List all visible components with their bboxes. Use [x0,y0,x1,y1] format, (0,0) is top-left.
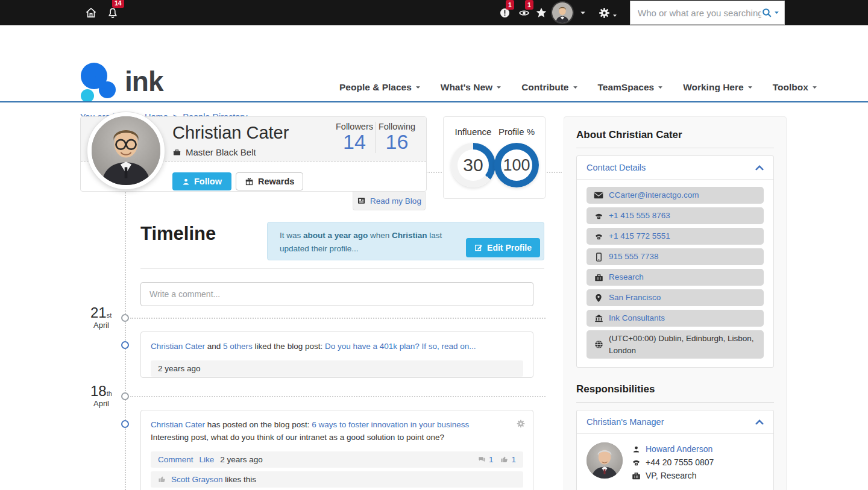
profile-update-banner: It was about a year ago when Christian l… [267,222,544,260]
likes-count: 1 [500,455,516,464]
globe-icon [594,340,603,349]
contact-timezone: (UTC+00:00) Dublin, Edinburgh, Lisbon, L… [587,330,764,359]
blog-post-link[interactable]: 6 ways to foster innovation in your busi… [312,420,469,429]
edit-profile-button[interactable]: Edit Profile [466,238,540,257]
contact-details-header[interactable]: Contact Details [577,156,773,180]
phone-icon [631,459,641,466]
profile-role: Master Black Belt [172,147,256,157]
contact-location[interactable]: San Francisco [587,289,764,306]
followers-stat[interactable]: Followers 14 [333,122,376,153]
read-my-blog-button[interactable]: Read my Blog [353,192,426,210]
briefcase-icon [172,148,181,157]
envelope-icon [594,192,603,199]
about-title: About Christian Cater [564,117,786,148]
timeline-node [121,392,129,400]
nav-people-places[interactable]: People & Places [339,82,421,93]
comment-icon [477,456,486,463]
home-button[interactable] [85,0,97,25]
banner-text: It was about a year ago when Christian l… [280,229,467,255]
alerts-button[interactable]: 1 [499,0,511,25]
caret-down-icon [774,11,779,14]
briefcase-icon [594,274,603,281]
following-count: 16 [376,131,418,153]
profile-gauge: 100 [494,143,539,187]
author-link[interactable]: Christian Cater [151,342,205,351]
manager-panel: Christian's Manager Howard Anderson +44 … [576,410,774,490]
organization-icon [594,314,603,322]
influence-gauge: 30 [451,143,495,187]
entry-text: Christian Cater has posted on the blog p… [151,419,523,444]
favorites-button[interactable] [535,0,547,25]
search-input[interactable] [638,8,761,18]
author-link[interactable]: Christian Cater [151,420,205,429]
ink-logo[interactable]: ink [80,60,163,102]
timeline-divider [140,268,544,269]
contact-phone[interactable]: +1 415 555 8763 [587,207,764,224]
comment-link[interactable]: Comment [158,455,193,464]
global-search [630,1,785,25]
rewards-button[interactable]: Rewards [236,172,303,190]
user-avatar-button[interactable] [552,0,573,25]
notifications-badge: 14 [112,0,124,8]
following-stat[interactable]: Following 16 [376,122,418,153]
manager-photo[interactable] [587,442,623,479]
timeline-node [121,314,129,322]
blog-post-link[interactable]: Do you have a 401k plan? If so, read on.… [325,342,476,351]
date-dotted-line [130,396,546,397]
gift-icon [245,177,254,186]
others-link[interactable]: 5 others [223,342,253,351]
caret-down-icon [573,86,578,89]
home-icon [85,7,97,19]
watching-button[interactable]: 1 [518,0,530,25]
responsibilities-title: Responsibilities [564,380,786,402]
entry-actions-bar: Comment Like 2 years ago 1 1 [151,451,523,468]
profile-sidebar: About Christian Cater Contact Details CC… [564,116,787,490]
comment-input[interactable] [140,282,533,306]
contact-organization[interactable]: Ink Consultants [587,310,764,327]
profile-photo[interactable] [87,112,165,189]
stats-card: Influence 30 Profile % 100 [443,116,546,199]
entry-options-gear-icon[interactable] [516,419,526,429]
manager-header[interactable]: Christian's Manager [577,410,773,434]
notifications-button[interactable]: 14 [107,0,119,25]
profile-pct-label: Profile % [491,127,542,137]
mobile-icon [594,253,603,262]
like-link[interactable]: Like [200,455,215,464]
phone-icon [594,233,603,240]
manager-card: Howard Anderson +44 20 7555 0807 VP, Res… [577,434,773,490]
person-icon [631,445,641,453]
header-divider [0,101,868,102]
entry-likes-bar: Scott Grayson likes this [151,471,523,488]
timeline-node [121,341,129,349]
contact-email[interactable]: CCarter@interactgo.com [587,187,764,204]
person-icon [182,178,190,186]
nav-contribute[interactable]: Contribute [521,82,577,93]
alerts-badge: 1 [506,0,514,10]
profile-menu-caret[interactable] [580,0,586,25]
liker-link[interactable]: Scott Grayson [171,475,223,484]
like-icon [158,475,166,483]
nav-teamspaces[interactable]: TeamSpaces [598,82,664,93]
follow-button[interactable]: Follow [172,172,231,190]
contact-mobile[interactable]: 915 555 7738 [587,248,764,265]
contact-phone[interactable]: +1 415 772 5551 [587,228,764,245]
nav-toolbox[interactable]: Toolbox [773,82,817,93]
contact-department[interactable]: Research [587,269,764,286]
search-button[interactable] [761,7,779,19]
date-marker-18-april: 18th April [90,384,124,408]
phone-icon [594,212,603,220]
caret-down-icon [747,86,753,89]
user-avatar [552,2,573,23]
nav-whats-new[interactable]: What's New [441,82,502,93]
caret-down-icon [612,14,617,17]
comments-count: 1 [477,455,494,464]
chevron-up-icon [755,419,764,425]
manager-name-link[interactable]: Howard Anderson [646,444,712,454]
profile-pct-value: 100 [503,156,530,175]
entry-time: 2 years ago [158,364,201,373]
alerts-icon: 1 [499,7,511,19]
follow-stats: Followers 14 Following 16 [333,122,418,153]
sidebar-divider [576,148,774,148]
settings-button[interactable] [598,0,617,25]
nav-working-here[interactable]: Working Here [683,82,753,93]
